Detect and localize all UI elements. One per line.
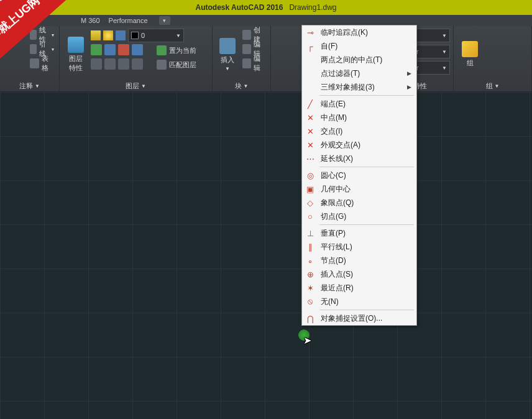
edit-block-button[interactable]: 编辑	[241, 43, 267, 55]
menu-label: 自(F)	[321, 41, 411, 52]
menu-item[interactable]: ✕交点(I)	[302, 124, 416, 138]
menu-item[interactable]: ⊸临时追踪点(K)	[302, 25, 416, 39]
menu-item[interactable]: ✕外观交点(A)	[302, 138, 416, 152]
layer-tool-icon[interactable]	[91, 44, 102, 55]
menu-label: 无(N)	[321, 297, 411, 307]
tab-m360[interactable]: M 360	[81, 17, 100, 24]
snap-icon: ✕	[305, 139, 316, 150]
panel-layers-title[interactable]: 图层▼	[63, 80, 208, 91]
group-tool-icon[interactable]	[485, 29, 496, 40]
linear-button[interactable]: 线性▾	[29, 29, 55, 41]
title-bar: Autodesk AutoCAD 2016 Drawing1.dwg	[0, 0, 532, 15]
menu-label: 插入点(S)	[321, 269, 411, 280]
snap-icon: ⊕	[305, 269, 316, 280]
set-current-button[interactable]: 置为当前	[155, 44, 198, 57]
layer-tool-icon[interactable]	[132, 58, 143, 70]
leader-button[interactable]: 引线▾	[29, 43, 55, 55]
bulb-icon[interactable]	[91, 30, 101, 40]
menu-label: 延长线(X)	[321, 154, 411, 164]
menu-label: 垂直(P)	[321, 228, 411, 239]
menu-label: 象限点(Q)	[321, 198, 411, 208]
snap-icon: ✕	[305, 126, 316, 137]
menu-label: 切点(G)	[321, 211, 411, 222]
menu-item[interactable]: ╱端点(E)	[302, 97, 416, 111]
snap-icon: ╱	[305, 98, 316, 109]
menu-item[interactable]: ⋂对象捕捉设置(O)...	[302, 311, 416, 325]
menu-item[interactable]: ○切点(G)	[302, 210, 416, 223]
menu-item[interactable]: ∘节点(D)	[302, 254, 416, 267]
layer-tool-icon[interactable]	[104, 58, 116, 70]
layer-tool-icon[interactable]	[91, 58, 102, 70]
snap-icon: ∥	[305, 241, 316, 252]
panel-layers: 图层 特性 0▼ 置为当前	[60, 26, 213, 91]
panel-blocks-title[interactable]: 块▼	[216, 80, 267, 91]
table-button[interactable]: 表格	[29, 57, 55, 70]
menu-item[interactable]: ▣几何中心	[302, 182, 416, 196]
snap-icon: ✶	[305, 282, 316, 293]
create-block-button[interactable]: 创建	[241, 29, 267, 41]
file-name: Drawing1.dwg	[289, 3, 336, 12]
menu-separator	[319, 310, 414, 310]
menu-label: 端点(E)	[321, 99, 411, 109]
menu-separator	[319, 167, 414, 167]
menu-item[interactable]: 两点之间的中点(T)	[302, 53, 416, 67]
snap-icon: ⊥	[305, 228, 316, 239]
qat-dropdown-icon[interactable]: ▾	[159, 16, 170, 25]
menu-item[interactable]: ◇象限点(Q)	[302, 196, 416, 210]
tab-performance[interactable]: Performance	[109, 17, 148, 24]
match-layer-button[interactable]: 匹配图层	[155, 58, 198, 71]
snap-icon: ┌	[305, 40, 316, 52]
snap-icon: ⋂	[305, 313, 316, 324]
insert-button[interactable]: 插入 ▼	[216, 29, 239, 80]
group-tool-icon[interactable]	[485, 42, 496, 53]
menu-label: 几何中心	[321, 184, 411, 195]
snap-icon: ✕	[305, 112, 316, 123]
lock-icon[interactable]	[116, 30, 126, 40]
snap-icon	[305, 81, 316, 93]
sun-icon[interactable]	[103, 30, 113, 40]
layer-combo[interactable]: 0▼	[128, 29, 184, 42]
menu-item[interactable]: 点过滤器(T)▶	[302, 67, 416, 80]
menu-label: 最近点(R)	[321, 283, 411, 293]
ribbon: 线性▾ 引线▾ 表格 注释▼ 图层 特性 0▼	[0, 26, 532, 92]
submenu-arrow-icon: ▶	[407, 84, 411, 90]
menu-label: 三维对象捕捉(3)	[321, 82, 402, 93]
menu-item[interactable]: ⋯延长线(X)	[302, 152, 416, 165]
menu-item[interactable]: ◎圆心(C)	[302, 168, 416, 182]
snap-icon: ⦸	[305, 296, 316, 307]
panel-blocks: 插入 ▼ 创建 编辑 编辑 块▼	[213, 26, 271, 91]
snap-icon	[305, 68, 316, 79]
snap-icon: ▣	[305, 183, 316, 195]
edit-attr-button[interactable]: 编辑	[241, 57, 267, 70]
group-tool-icon[interactable]	[485, 55, 496, 66]
menu-item[interactable]: ⊕插入点(S)	[302, 267, 416, 281]
snap-icon: ∘	[305, 255, 316, 266]
drawing-canvas[interactable]	[0, 92, 532, 419]
menu-separator	[319, 95, 414, 96]
app-name: Autodesk AutoCAD 2016	[196, 3, 283, 12]
group-button[interactable]: 组	[457, 29, 482, 80]
menu-label: 对象捕捉设置(O)...	[321, 313, 411, 324]
menu-item[interactable]: 三维对象捕捉(3)▶	[302, 80, 416, 94]
layer-tool-icon[interactable]	[104, 44, 116, 55]
panel-group-title[interactable]: 组▼	[457, 80, 528, 91]
layer-tool-icon[interactable]	[118, 58, 129, 70]
menu-label: 圆心(C)	[321, 170, 411, 181]
layer-tool-icon[interactable]	[118, 44, 129, 55]
menu-label: 两点之间的中点(T)	[321, 55, 411, 65]
menu-item[interactable]: ✕中点(M)	[302, 111, 416, 124]
layer-properties-button[interactable]: 图层 特性	[63, 29, 88, 80]
menu-item[interactable]: ┌自(F)	[302, 39, 416, 53]
menu-label: 平行线(L)	[321, 242, 411, 252]
menu-item[interactable]: ✶最近点(R)	[302, 281, 416, 295]
menu-item[interactable]: ⊥垂直(P)	[302, 226, 416, 240]
layer-tool-icon[interactable]	[132, 44, 143, 55]
snap-icon: ◇	[305, 197, 316, 208]
menu-label: 外观交点(A)	[321, 140, 411, 150]
star-icon	[462, 41, 478, 57]
menu-label: 中点(M)	[321, 113, 411, 123]
panel-annotate-title[interactable]: 注释▼	[4, 80, 55, 91]
menu-item[interactable]: ∥平行线(L)	[302, 240, 416, 254]
snap-icon: ○	[305, 211, 316, 222]
menu-item[interactable]: ⦸无(N)	[302, 295, 416, 308]
